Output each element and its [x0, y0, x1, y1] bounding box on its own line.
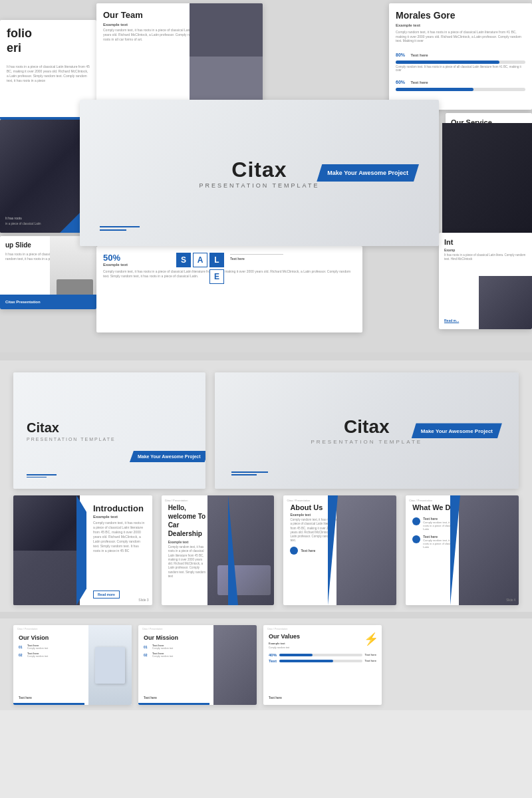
mission-num-2: 02	[144, 653, 150, 657]
morales-bar2: 60% Text here	[396, 74, 525, 91]
cars-left-slide: It has roots in a piece of classical Lat…	[0, 120, 86, 233]
large-citax-lines	[231, 471, 268, 477]
values-label: Citax / Presentation	[267, 628, 288, 630]
hello-label: Citax / Presentation	[165, 499, 188, 502]
about-img	[336, 495, 396, 605]
whatwedo-slide-num: Slide 4	[506, 598, 515, 602]
sale-l: L	[209, 253, 224, 267]
small-citax-title: Citax	[27, 420, 116, 436]
vision-item-1-body: Comply random text	[27, 647, 48, 650]
sale-slide: 50% Example text S A L E Text here Compl…	[96, 246, 362, 332]
intro-car	[13, 551, 80, 606]
sale-letters: S A L E Text here	[176, 253, 283, 284]
values-bar-2: Text Text here	[263, 657, 382, 663]
about-label: Citax / Presentation	[287, 499, 310, 502]
hello-van	[217, 565, 271, 595]
cars-left-body: It has roots in a piece of classical Lat…	[5, 216, 41, 226]
citax-main-title: Citax	[200, 158, 320, 182]
intro-subtitle: Example text	[93, 515, 146, 519]
sale-inner: 50% Example text S A L E Text here Compl…	[96, 246, 362, 285]
group-slide: up Slide It has roots in a piece of clas…	[0, 236, 96, 309]
hello-body: Comply random text, it has roots in a pi…	[168, 545, 208, 579]
values-bar2-label: Text here	[365, 659, 377, 662]
bottom-slides-row: Citax / Presentation Our Vision 01 Text …	[13, 625, 519, 705]
morales-slide: Morales Gore Example text Comply random …	[389, 3, 532, 110]
whatwedo-img	[459, 495, 519, 605]
whatwedo-accent	[450, 495, 460, 605]
introduction-slide: Introduction Example text Comply random …	[13, 495, 152, 605]
sale-e: E	[209, 269, 224, 284]
car-dark-img	[442, 123, 532, 233]
mission-bottom-text: Text here	[144, 696, 157, 700]
team-img-1	[190, 3, 263, 57]
hello-title: Hello, welcome To Car Dealership	[168, 503, 208, 538]
vision-item-2-body: Comply random text	[27, 655, 48, 658]
intro-img	[13, 495, 80, 605]
vision-bottom-text: Text here	[19, 696, 32, 700]
team-images	[190, 3, 263, 110]
whatwedo-icon-1	[412, 517, 420, 525]
intro-hello-row: Introduction Example text Comply random …	[13, 495, 519, 605]
hello-slide: Citax / Presentation Hello, welcome To C…	[162, 495, 275, 605]
vision-num-2: 02	[19, 653, 25, 657]
citax-main-badge: Make Your Awesome Project	[317, 164, 419, 182]
separator-1	[0, 352, 532, 360]
citax-lines	[100, 226, 140, 233]
about-accent	[328, 495, 338, 605]
citax-main-subtitle: Presentation template	[200, 182, 320, 189]
whatwedo-label: Citax / Presentation	[409, 499, 432, 502]
sale-s: S	[176, 253, 191, 267]
intro-title: Introduction	[93, 503, 146, 513]
hello-img	[207, 495, 274, 605]
values-slide: Citax / Presentation ⚡ Our Values Exampl…	[263, 625, 382, 705]
intro-readmore-btn[interactable]: Read more	[93, 591, 120, 598]
intro-accent	[76, 495, 86, 605]
morales-body: Comply random text, it has roots in a pi…	[389, 29, 532, 45]
small-citax-lines	[27, 474, 57, 479]
large-citax-slide: Citax Presentation template Make Your Aw…	[215, 372, 519, 489]
int-title: Int	[439, 233, 532, 248]
intro-body: Comply random text, it has roots in a pi…	[93, 521, 146, 553]
int-readmore: Read m...	[444, 319, 459, 323]
sale-a: A	[193, 253, 207, 267]
our-team-slide: Our Team Example text Comply random text…	[96, 3, 263, 110]
citax-row: Citax Presentation template Make Your Aw…	[13, 372, 519, 489]
vision-label: Citax / Presentation	[17, 628, 38, 630]
morales-title: Morales Gore	[389, 3, 532, 23]
large-citax-title: Citax	[344, 416, 389, 438]
int-slide: Int Examp It has roots in a piece of cla…	[439, 233, 532, 329]
morales-bar1: 80% Text here Comply random text. It has…	[396, 47, 525, 72]
mission-slide: Citax / Presentation Our Mission 01 Text…	[138, 625, 257, 705]
about-slide: Citax / Presentation About Us Example te…	[283, 495, 396, 605]
int-img	[479, 276, 532, 329]
whatwedo-icon-2	[412, 535, 420, 543]
small-citax-sub: Presentation template	[27, 437, 116, 442]
about-icon	[290, 547, 298, 555]
vision-img	[88, 625, 132, 705]
mission-label: Citax / Presentation	[142, 628, 163, 630]
group-badge: Citax Presentation	[0, 295, 96, 309]
vision-num-1: 01	[19, 645, 25, 649]
citax-main-inner: Citax Presentation template Make Your Aw…	[80, 100, 439, 246]
citax-main-slide: Citax Presentation template Make Your Aw…	[80, 100, 439, 246]
mission-item-2-body: Comply random text	[152, 655, 173, 658]
group-badge-text: Citax Presentation	[5, 300, 41, 304]
intro-content: Introduction Example text Comply random …	[86, 495, 152, 605]
large-citax-badge: Make Your Awesome Project	[412, 423, 502, 438]
mission-accent	[138, 703, 209, 705]
folio-body: It has roots in a piece of classical Lat…	[0, 62, 96, 86]
about-icon-text: Text here	[301, 549, 315, 553]
mission-img	[213, 625, 257, 705]
hello-subtitle: Example text	[168, 540, 208, 544]
hello-accent	[228, 495, 238, 605]
top-preview-section: folio eri It has roots in a piece of cla…	[0, 0, 532, 352]
mission-item-1-body: Comply random text	[152, 647, 173, 650]
folio-title: folio eri	[0, 20, 96, 62]
values-percent: 40%	[269, 653, 277, 657]
vision-slide: Citax / Presentation Our Vision 01 Text …	[13, 625, 132, 705]
large-citax-sub: Presentation template	[311, 439, 422, 445]
values-bar1-label: Text here	[365, 653, 377, 656]
separator-2	[0, 612, 532, 618]
hello-content: Hello, welcome To Car Dealership Example…	[168, 503, 208, 579]
values-bolt-icon: ⚡	[364, 632, 378, 646]
